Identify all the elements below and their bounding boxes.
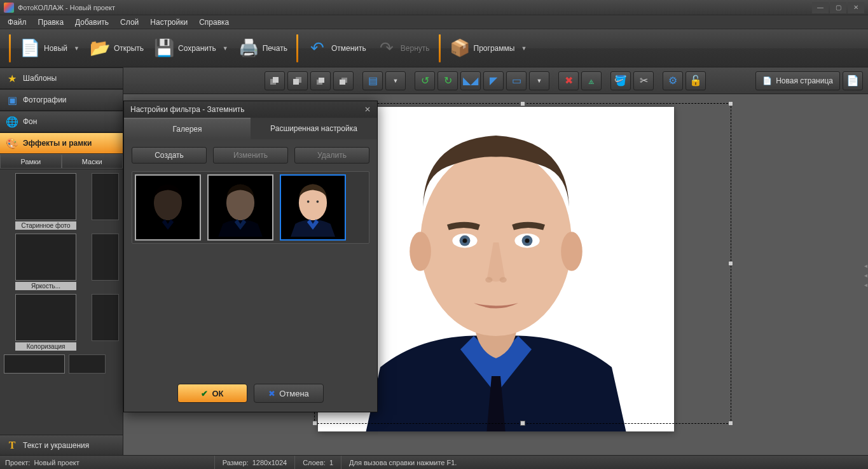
print-button[interactable]: 🖨️ Печать [233,34,293,62]
status-size: Размер: 1280x1024 [214,456,294,469]
sidebar-templates[interactable]: ★ Шаблоны [0,67,123,89]
effect-thumb[interactable] [4,354,65,374]
chevron-down-icon: ▼ [223,45,228,52]
close-icon: ✖ [268,389,275,398]
scissors-icon[interactable]: ✂ [633,71,654,90]
sidebar-text[interactable]: T Текст и украшения [0,435,123,455]
effect-thumb[interactable] [15,234,76,281]
preset-delete-button[interactable]: Удалить [294,147,369,164]
preset-edit-button[interactable]: Изменить [213,147,288,164]
layer-back-icon[interactable] [287,71,308,90]
resize-handle[interactable] [728,101,733,106]
effect-thumb[interactable] [15,173,76,220]
preset-thumb[interactable] [135,174,201,241]
star-icon: ★ [6,73,18,84]
dialog-title-bar[interactable]: Настройки фильтра - Затемнить ✕ [124,101,377,118]
undo-icon: ↶ [307,38,327,59]
resize-handle[interactable] [728,261,733,266]
flip-h-icon[interactable]: ◣◢ [460,71,481,90]
sidebar: ★ Шаблоны ▣ Фотографии 🌐 Фон 🎨 Эффекты и… [0,67,123,455]
document-icon: 📄 [20,38,40,59]
folder-icon: 📂 [90,38,110,59]
flip-v-icon[interactable]: ◤ [483,71,504,90]
page-settings-icon[interactable]: 📄 [843,71,863,90]
preset-thumb[interactable] [207,174,273,241]
dialog-close-icon[interactable]: ✕ [364,105,371,114]
main-toolbar: 📄 Новый ▼ 📂 Открыть 💾 Сохранить ▼ 🖨️ Печ… [0,29,868,67]
programs-button[interactable]: 📦 Программы ▼ [444,34,532,62]
statusbar: Проект: Новый проект Размер: 1280x1024 С… [0,455,868,469]
align-icon[interactable]: ▤ [362,71,383,90]
open-button[interactable]: 📂 Открыть [85,34,149,62]
preset-thumb-selected[interactable] [280,174,346,241]
delete-icon[interactable]: ✖ [558,71,579,90]
rotate-right-icon[interactable]: ↻ [437,71,458,90]
layer-down-icon[interactable] [333,71,354,90]
menu-file[interactable]: Файл [3,17,32,28]
dialog-tab-advanced[interactable]: Расширенная настройка [251,118,377,139]
subtab-masks[interactable]: Маски [62,154,123,169]
effect-thumb[interactable] [15,294,76,341]
resize-handle[interactable] [520,101,525,106]
sidebar-photos[interactable]: ▣ Фотографии [0,89,123,111]
svg-rect-1 [273,77,279,83]
gear-icon[interactable]: ⚙ [663,71,683,90]
svg-rect-5 [319,78,324,83]
box-icon: 📦 [450,38,470,59]
crop-icon[interactable]: ⟁ [581,71,602,90]
dialog-tab-gallery[interactable]: Галерея [124,118,251,139]
effect-label: Колоризация [15,342,76,351]
preset-create-button[interactable]: Создать [132,147,207,164]
save-button[interactable]: 💾 Сохранить ▼ [149,34,233,62]
chevron-left-icon: ◂ [864,262,867,269]
filter-dialog: Настройки фильтра - Затемнить ✕ Галерея … [123,101,378,412]
text-icon: T [6,440,18,451]
titlebar: ФотоКОЛЛАЖ - Новый проект — ▢ ✕ [0,0,868,15]
menu-help[interactable]: Справка [194,17,234,28]
canvas-toolbar: ▤ ▼ ↺ ↻ ◣◢ ◤ ▭ ▼ ✖ ⟁ 🪣 ✂ ⚙ 🔓 📄 Новая стр… [123,67,868,94]
new-page-button[interactable]: 📄 Новая страница [755,71,840,90]
close-button[interactable]: ✕ [848,2,864,13]
fit-dropdown-icon[interactable]: ▼ [529,71,549,90]
resize-handle[interactable] [312,421,317,426]
effect-thumb[interactable] [92,294,119,341]
rotate-left-icon[interactable]: ↺ [415,71,435,90]
menu-settings[interactable]: Настройки [145,17,193,28]
right-panel-collapsed[interactable]: ◂ ◂ ◂ [864,262,867,288]
effect-thumb[interactable] [92,173,119,220]
lock-icon[interactable]: 🔓 [685,71,706,90]
redo-button[interactable]: ↷ Вернуть [371,34,435,62]
maximize-button[interactable]: ▢ [830,2,846,13]
undo-button[interactable]: ↶ Отменить [302,34,371,62]
new-button[interactable]: 📄 Новый ▼ [15,34,85,62]
page-plus-icon: 📄 [762,76,772,85]
effect-label: Яркость... [15,282,76,290]
effect-label: Старинное фото [15,221,76,230]
fit-icon[interactable]: ▭ [506,71,527,90]
status-layers: Слоев: 1 [294,456,341,469]
minimize-button[interactable]: — [812,2,829,13]
status-project: Проект: Новый проект [5,456,87,469]
globe-icon: 🌐 [6,116,18,127]
menu-add[interactable]: Добавить [70,17,114,28]
layer-up-icon[interactable] [310,71,331,90]
menu-edit[interactable]: Правка [33,17,69,28]
resize-handle[interactable] [520,421,525,426]
svg-point-28 [317,200,319,203]
chevron-left-icon: ◂ [864,271,867,278]
dialog-cancel-button[interactable]: ✖ Отмена [254,384,324,403]
bucket-icon[interactable]: 🪣 [610,71,631,90]
resize-handle[interactable] [728,421,733,426]
menu-layer[interactable]: Слой [115,17,144,28]
effect-thumb[interactable] [69,354,106,374]
layer-front-icon[interactable] [265,71,285,90]
dialog-ok-button[interactable]: ✔ ОК [177,384,247,403]
chevron-down-icon: ▼ [521,45,527,52]
sidebar-background[interactable]: 🌐 Фон [0,111,123,132]
image-icon: ▣ [6,94,18,106]
align-dropdown-icon[interactable]: ▼ [385,71,406,90]
effect-thumb[interactable] [92,234,119,281]
subtab-frames[interactable]: Рамки [0,154,62,169]
sidebar-effects[interactable]: 🎨 Эффекты и рамки [0,132,123,154]
printer-icon: 🖨️ [238,38,259,59]
